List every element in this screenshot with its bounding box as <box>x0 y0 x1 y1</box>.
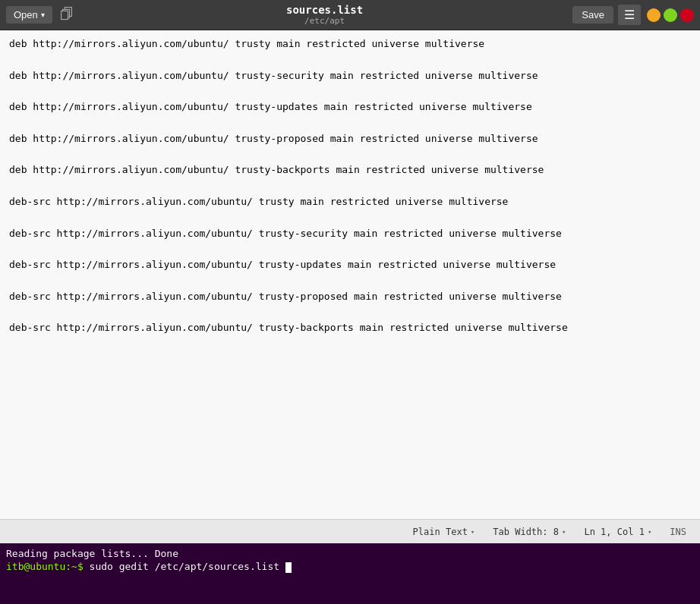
open-label: Open <box>14 9 38 20</box>
ln-col-arrow: ▾ <box>648 528 651 536</box>
title-center: sources.list /etc/apt <box>77 4 573 26</box>
document-icon-button[interactable]: 🗍 <box>57 4 77 26</box>
tab-width-arrow: ▾ <box>562 528 566 536</box>
terminal-cursor <box>285 562 292 573</box>
ln-col-label: Ln 1, Col 1 <box>584 527 644 537</box>
minimize-button[interactable] <box>647 8 661 22</box>
tab-width-label: Tab Width: 8 <box>493 527 559 537</box>
terminal-command: sudo gedit /etc/apt/sources.list <box>90 561 279 572</box>
titlebar: Open ▾ 🗍 sources.list /etc/apt Save ☰ <box>0 0 700 30</box>
window-controls <box>647 8 694 22</box>
terminal-prompt: itb@ubuntu:~$ <box>6 561 84 572</box>
terminal-output-line: Reading package lists... Done <box>6 548 694 559</box>
window-title-path: /etc/apt <box>77 16 573 26</box>
plain-text-selector[interactable]: Plain Text ▾ <box>408 525 480 539</box>
insert-mode-label: INS <box>665 525 691 539</box>
document-icon: 🗍 <box>60 7 74 22</box>
editor-area[interactable]: deb http://mirrors.aliyun.com/ubuntu/ tr… <box>0 30 700 519</box>
statusbar: Plain Text ▾ Tab Width: 8 ▾ Ln 1, Col 1 … <box>0 519 700 543</box>
editor-content[interactable]: deb http://mirrors.aliyun.com/ubuntu/ tr… <box>0 30 700 342</box>
terminal[interactable]: Reading package lists... Done itb@ubuntu… <box>0 543 700 604</box>
close-button[interactable] <box>680 8 694 22</box>
window-title-filename: sources.list <box>77 4 573 16</box>
open-button[interactable]: Open ▾ <box>6 6 52 24</box>
plain-text-arrow: ▾ <box>471 528 475 536</box>
ln-col-selector[interactable]: Ln 1, Col 1 ▾ <box>579 525 656 539</box>
save-button[interactable]: Save <box>572 6 613 24</box>
open-arrow: ▾ <box>41 11 45 19</box>
menu-button[interactable]: ☰ <box>618 5 641 25</box>
plain-text-label: Plain Text <box>413 527 468 537</box>
terminal-prompt-line: itb@ubuntu:~$ sudo gedit /etc/apt/source… <box>6 561 694 573</box>
maximize-button[interactable] <box>664 8 677 22</box>
tab-width-selector[interactable]: Tab Width: 8 ▾ <box>488 525 570 539</box>
